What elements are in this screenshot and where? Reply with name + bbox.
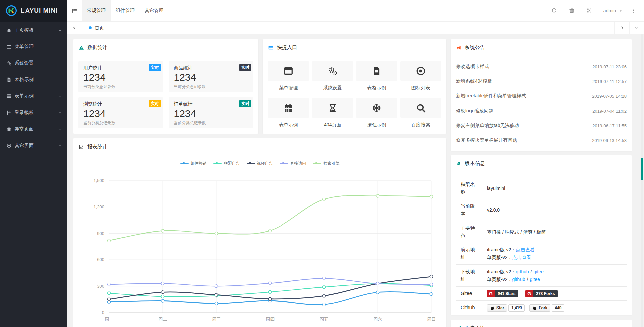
download-gitee-link[interactable]: gitee bbox=[533, 269, 543, 274]
tabs-scroll-left-button[interactable] bbox=[67, 22, 82, 34]
octocat-icon bbox=[532, 306, 537, 311]
legend-marker-icon bbox=[247, 162, 255, 165]
legend-item[interactable]: 直接访问 bbox=[280, 161, 306, 166]
table-label: 框架名称 bbox=[456, 177, 482, 199]
tab-bar: 首页 bbox=[67, 22, 644, 34]
more-vertical-icon bbox=[631, 8, 636, 13]
svg-text:1,500: 1,500 bbox=[93, 178, 104, 183]
announcement-text: 修复多模块菜单栏展开有问题 bbox=[456, 137, 517, 144]
demo-iframe-link[interactable]: 点击查看 bbox=[516, 247, 535, 252]
realtime-badge: 实时 bbox=[239, 100, 251, 107]
refresh-icon bbox=[551, 8, 557, 13]
header-nav-item[interactable]: 常规管理 bbox=[82, 0, 111, 21]
sidebar-item[interactable]: 系统设置 bbox=[0, 55, 67, 71]
shortcut-item[interactable]: 图标列表 bbox=[400, 61, 442, 91]
shortcut-item[interactable]: 百度搜索 bbox=[400, 98, 442, 128]
sidebar-item[interactable]: 表单示例 bbox=[0, 88, 67, 104]
legend-marker-icon bbox=[180, 162, 189, 165]
scrollbar-thumb[interactable] bbox=[641, 158, 643, 180]
download-gitee-link[interactable]: gitee bbox=[530, 277, 540, 282]
user-menu[interactable]: admin bbox=[598, 8, 628, 13]
system-announcement-card: 系统公告 修改选项卡样式 2019-07-11 23:06 新增系统404模板 bbox=[451, 39, 632, 151]
download-github-link[interactable]: github bbox=[512, 277, 525, 282]
announcement-time: 2019-07-11 12:57 bbox=[592, 79, 627, 84]
github-star-count[interactable]: 1,419 bbox=[508, 304, 525, 312]
sidebar-item[interactable]: 登录模板 bbox=[0, 104, 67, 121]
gitee-forks-badge[interactable]: G 278 Forks bbox=[525, 290, 558, 297]
download-github-link[interactable]: github bbox=[516, 269, 529, 274]
legend-item[interactable]: 邮件营销 bbox=[180, 161, 207, 166]
logo-icon bbox=[5, 5, 17, 17]
version-info-card: 版本信息 框架名称 layuimini 当前版本 v2.0.0 主要特色 bbox=[451, 155, 632, 315]
legend-label: 视频广告 bbox=[257, 161, 273, 166]
announcement-item: 修改选项卡样式 2019-07-11 23:06 bbox=[456, 59, 627, 74]
github-fork-count[interactable]: 440 bbox=[552, 304, 564, 312]
shortcut-label: 百度搜索 bbox=[400, 122, 442, 128]
svg-text:周四: 周四 bbox=[266, 317, 275, 322]
sidebar-item[interactable]: 表格示例 bbox=[0, 71, 67, 88]
shortcut-item[interactable]: 表单示例 bbox=[268, 98, 309, 128]
announcement-time: 2019-07-05 14:28 bbox=[592, 94, 627, 99]
tabs-menu-button[interactable] bbox=[629, 22, 644, 34]
header-toolbar: admin bbox=[546, 0, 644, 21]
sidebar-item-label: 登录模板 bbox=[15, 110, 34, 116]
legend-marker-icon bbox=[280, 162, 288, 165]
report-statistics-card: 报表统计 邮件营销联盟广告视频广告直接访问搜索引擎 周一周二周三周四周五周六周日… bbox=[73, 138, 446, 327]
gears-icon bbox=[6, 60, 12, 66]
stat-description: 当前分类总记录数 bbox=[174, 84, 249, 90]
chevron-down-icon bbox=[58, 111, 62, 115]
scrollbar-track[interactable] bbox=[641, 34, 643, 327]
sidebar-item[interactable]: 其它界面 bbox=[0, 137, 67, 154]
shortcut-item[interactable]: 系统设置 bbox=[312, 61, 353, 91]
sidebar-item[interactable]: 菜单管理 bbox=[0, 38, 67, 55]
shortcut-tile bbox=[312, 98, 353, 118]
stat-label: 用户统计 bbox=[83, 65, 158, 71]
demo-spa-link[interactable]: 点击查看 bbox=[512, 255, 531, 260]
header-nav-item[interactable]: 组件管理 bbox=[111, 0, 140, 21]
home-icon bbox=[6, 126, 12, 132]
clear-cache-button[interactable] bbox=[563, 0, 581, 22]
circle-dot-icon bbox=[416, 66, 426, 76]
shortcut-tile bbox=[400, 61, 442, 81]
tab-home[interactable]: 首页 bbox=[82, 22, 111, 34]
github-fork-button[interactable]: Fork bbox=[529, 304, 550, 312]
tabs-scroll-right-button[interactable] bbox=[614, 22, 629, 34]
legend-item[interactable]: 联盟广告 bbox=[213, 161, 240, 166]
more-menu-button[interactable] bbox=[628, 0, 639, 22]
sidebar-item[interactable]: 主页模板 bbox=[0, 22, 67, 38]
svg-text:周三: 周三 bbox=[212, 317, 221, 322]
shortcut-tile bbox=[400, 98, 442, 118]
shortcut-label: 系统设置 bbox=[312, 85, 353, 91]
announcement-time: 2019-07-11 23:06 bbox=[592, 64, 627, 69]
window-icon bbox=[283, 66, 293, 76]
sidebar-item-label: 主页模板 bbox=[15, 27, 34, 33]
announcement-text: 修复左侧菜单缩放tab无法移动 bbox=[456, 123, 519, 129]
stat-description: 当前分类总记录数 bbox=[83, 120, 158, 126]
refresh-button[interactable] bbox=[546, 0, 563, 22]
shortcut-item[interactable]: 按钮示例 bbox=[356, 98, 397, 128]
trash-icon bbox=[569, 8, 575, 13]
logo[interactable]: LAYUI MINI bbox=[0, 0, 67, 22]
legend-item[interactable]: 搜索引擎 bbox=[313, 161, 340, 166]
sidebar: LAYUI MINI 主页模板 菜单管理 系统设置 bbox=[0, 0, 67, 327]
header: 常规管理 组件管理 其它管理 admin bbox=[67, 0, 644, 22]
shortcut-item[interactable]: 404页面 bbox=[312, 98, 353, 128]
framework-name: layuimini bbox=[482, 177, 627, 199]
shortcut-item[interactable]: 表格示例 bbox=[356, 61, 397, 91]
shortcut-item[interactable]: 菜单管理 bbox=[268, 61, 309, 91]
data-statistics-card: 数据统计 用户统计 实时 1234 当前分类总记录数 bbox=[73, 39, 258, 134]
gitee-icon: G bbox=[487, 290, 495, 297]
table-label: 下载地址 bbox=[456, 265, 482, 287]
gitee-stars-badge[interactable]: G 941 Stars bbox=[487, 290, 518, 297]
app-title: LAYUI MINI bbox=[21, 7, 58, 14]
legend-item[interactable]: 视频广告 bbox=[247, 161, 273, 166]
fullscreen-button[interactable] bbox=[581, 0, 598, 22]
legend-label: 联盟广告 bbox=[224, 161, 240, 166]
header-nav-item[interactable]: 其它管理 bbox=[140, 0, 168, 21]
sidebar-item[interactable]: 异常页面 bbox=[0, 121, 67, 137]
github-star-button[interactable]: Star bbox=[487, 304, 507, 312]
collapse-sidebar-button[interactable] bbox=[67, 0, 82, 21]
shortcut-tile bbox=[356, 61, 397, 81]
svg-text:周五: 周五 bbox=[319, 317, 328, 322]
sidebar-item-label: 异常页面 bbox=[15, 126, 34, 132]
